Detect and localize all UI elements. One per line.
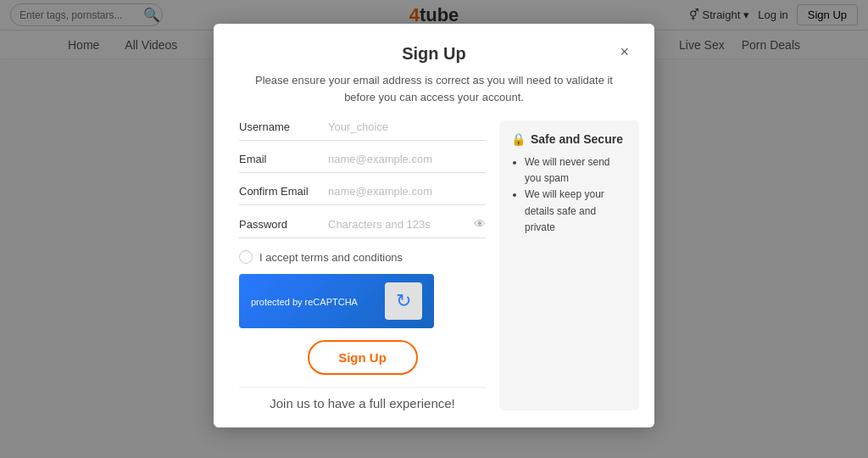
modal-title: Sign Up xyxy=(402,44,466,63)
password-row: Password 👁 xyxy=(239,217,486,238)
terms-label: I accept terms and conditions xyxy=(259,251,403,264)
info-box-item-2: We will keep your details safe and priva… xyxy=(525,187,627,236)
form-section: Username Email Confirm Email Password 👁 xyxy=(239,120,486,411)
recaptcha-text: protected by reCAPTCHA xyxy=(251,297,358,307)
show-password-icon[interactable]: 👁 xyxy=(474,217,486,231)
modal-footer-text: Join us to have a full experience! xyxy=(239,396,486,411)
confirm-email-row: Confirm Email xyxy=(239,185,486,205)
email-row: Email xyxy=(239,153,486,173)
modal-subtitle: Please ensure your email address is corr… xyxy=(239,72,629,105)
password-input[interactable] xyxy=(328,218,470,231)
modal-divider xyxy=(239,387,486,388)
signup-modal: Sign Up × Please ensure your email addre… xyxy=(214,24,654,427)
username-label: Username xyxy=(239,120,328,133)
username-input[interactable] xyxy=(328,120,486,133)
username-row: Username xyxy=(239,120,486,141)
lock-icon: 🔒 xyxy=(511,132,526,146)
terms-checkbox[interactable] xyxy=(239,250,253,264)
info-box-item-1: We will never send you spam xyxy=(525,154,627,187)
modal-close-button[interactable]: × xyxy=(620,44,629,59)
email-input[interactable] xyxy=(328,153,486,165)
recaptcha-logo: ↻ xyxy=(385,282,422,320)
confirm-email-label: Confirm Email xyxy=(239,185,328,198)
confirm-email-input[interactable] xyxy=(328,185,486,198)
info-box-list: We will never send you spam We will keep… xyxy=(511,154,627,236)
info-box: 🔒 Safe and Secure We will never send you… xyxy=(499,120,639,411)
password-label: Password xyxy=(239,218,328,231)
signup-submit-button[interactable]: Sign Up xyxy=(308,340,418,375)
modal-header: Sign Up × xyxy=(239,44,629,64)
info-box-title: 🔒 Safe and Secure xyxy=(511,132,627,146)
terms-row: I accept terms and conditions xyxy=(239,250,486,264)
recaptcha-box[interactable]: protected by reCAPTCHA ↻ xyxy=(239,274,434,328)
modal-body: Username Email Confirm Email Password 👁 xyxy=(239,120,629,411)
email-label: Email xyxy=(239,153,328,165)
